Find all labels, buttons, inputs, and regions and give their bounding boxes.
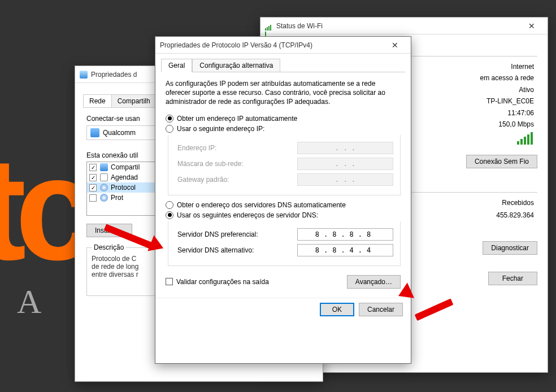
validate-label: Validar configurações na saída xyxy=(176,278,269,286)
close-icon[interactable]: ✕ xyxy=(520,21,543,31)
list-item-label: Prot xyxy=(111,194,123,202)
adapter-device-icon xyxy=(90,128,99,137)
cancel-button[interactable]: Cancelar xyxy=(359,303,403,316)
dns-manual-fieldset: Servidor DNS preferencial: 8.8.8.8 Servi… xyxy=(168,221,401,266)
tab-network[interactable]: Rede xyxy=(83,94,112,107)
radio-label: Usar os seguintes endereços de servidor … xyxy=(177,211,318,219)
close-icon[interactable]: ✕ xyxy=(384,41,406,50)
client-icon xyxy=(100,163,108,171)
checkbox-icon[interactable]: ✓ xyxy=(89,164,97,171)
bg-logo: tc xyxy=(0,124,85,293)
radio-dns-auto[interactable]: Obter o endereço dos servidores DNS auto… xyxy=(166,201,401,209)
ipv4-properties-dialog: Propriedades de Protocolo IP Versão 4 (T… xyxy=(155,36,411,364)
gateway-input: . . . xyxy=(297,173,393,186)
dns-preferred-label: Servidor DNS preferencial: xyxy=(177,230,297,238)
list-item-label: Protocol xyxy=(111,184,136,191)
validate-checkbox[interactable] xyxy=(166,278,173,285)
wifi-title: Status de Wi-Fi xyxy=(276,22,520,30)
radio-icon[interactable] xyxy=(166,201,173,209)
radio-label: Usar o seguinte endereço IP: xyxy=(177,125,264,133)
diagnose-button[interactable]: Diagnosticar xyxy=(483,241,537,255)
subnet-mask-input: . . . xyxy=(297,158,393,170)
tab-sharing[interactable]: Compartilh xyxy=(111,94,157,107)
ok-button[interactable]: OK xyxy=(320,303,354,316)
checkbox-icon[interactable] xyxy=(89,194,97,202)
protocol-icon xyxy=(100,184,108,191)
tab-general[interactable]: Geral xyxy=(161,59,192,72)
gateway-label: Gateway padrão: xyxy=(177,176,297,184)
ip-address-label: Endereço IP: xyxy=(177,144,297,152)
scheduler-icon xyxy=(100,173,108,181)
close-button[interactable]: Fechar xyxy=(488,272,537,285)
dns-preferred-input[interactable]: 8.8.8.8 xyxy=(297,228,393,241)
subnet-mask-label: Máscara de sub-rede: xyxy=(177,160,297,168)
dns-alternate-input[interactable]: 8.8.4.4 xyxy=(297,244,393,256)
radio-icon[interactable] xyxy=(166,115,173,123)
radio-icon[interactable] xyxy=(166,125,173,133)
radio-ip-manual[interactable]: Usar o seguinte endereço IP: xyxy=(166,125,401,133)
wireless-connection-button[interactable]: Conexão Sem Fio xyxy=(466,155,537,168)
radio-icon[interactable] xyxy=(166,211,173,219)
signal-icon xyxy=(265,23,273,29)
wifi-titlebar[interactable]: Status de Wi-Fi ✕ xyxy=(260,18,548,34)
protocol-icon xyxy=(100,194,108,202)
ip-address-input: . . . xyxy=(297,142,393,154)
ip-help-text: As configurações IP podem ser atribuídas… xyxy=(166,79,401,107)
radio-label: Obter o endereço dos servidores DNS auto… xyxy=(177,201,346,209)
list-item-label: Agendad xyxy=(111,173,138,181)
ip-manual-fieldset: Endereço IP: . . . Máscara de sub-rede: … xyxy=(168,135,401,195)
radio-dns-manual[interactable]: Usar os seguintes endereços de servidor … xyxy=(166,211,401,219)
dns-alternate-label: Servidor DNS alternativo: xyxy=(177,246,297,254)
list-item-label: Compartil xyxy=(111,163,140,171)
checkbox-icon[interactable]: ✓ xyxy=(89,184,97,191)
adapter-icon xyxy=(80,71,88,79)
tab-alt-config[interactable]: Configuração alternativa xyxy=(192,59,280,72)
radio-ip-auto[interactable]: Obter um endereço IP automaticamente xyxy=(166,115,401,123)
advanced-button[interactable]: Avançado… xyxy=(347,275,401,289)
annotation-arrow-1 xyxy=(105,224,167,252)
adapter-name: Qualcomm xyxy=(103,129,136,137)
radio-label: Obter um endereço IP automaticamente xyxy=(177,115,297,123)
annotation-arrow-2 xyxy=(401,287,452,315)
ip-titlebar[interactable]: Propriedades de Protocolo IP Versão 4 (T… xyxy=(155,37,411,54)
ip-title: Propriedades de Protocolo IP Versão 4 (T… xyxy=(160,41,384,49)
checkbox-icon[interactable]: ✓ xyxy=(89,174,97,181)
